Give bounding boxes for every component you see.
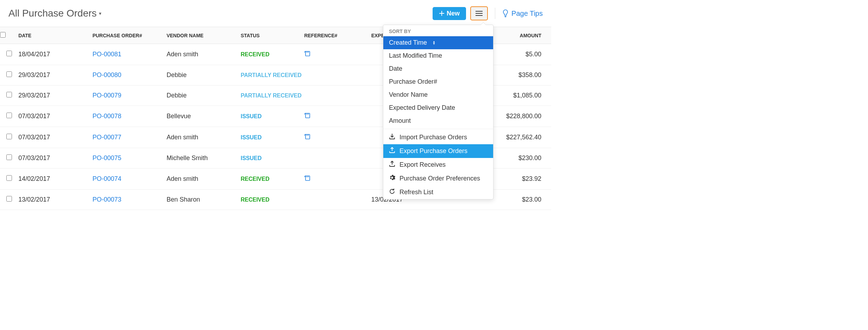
sort-option[interactable]: Purchase Order# <box>383 75 493 88</box>
sort-option[interactable]: Vendor Name <box>383 88 493 101</box>
row-checkbox[interactable] <box>6 154 12 160</box>
sort-option-label: Amount <box>389 117 411 125</box>
sort-option[interactable]: Expected Delivery Date <box>383 101 493 114</box>
status-badge: RECEIVED <box>241 51 270 57</box>
status-badge: PARTIALLY RECEIVED <box>241 72 302 78</box>
sort-option-label: Date <box>389 65 402 72</box>
cell-date: 07/03/2017 <box>18 148 93 169</box>
menu-action[interactable]: Import Purchase Orders <box>383 131 493 144</box>
cell-date: 07/03/2017 <box>18 106 93 127</box>
status-badge: PARTIALLY RECEIVED <box>241 93 302 99</box>
status-badge: ISSUED <box>241 113 262 119</box>
row-checkbox[interactable] <box>6 175 12 181</box>
hamburger-menu-button[interactable] <box>470 6 488 20</box>
refresh-icon <box>389 188 395 196</box>
cell-vendor: Aden smith <box>166 127 241 148</box>
row-checkbox[interactable] <box>6 92 12 97</box>
svg-rect-13 <box>306 134 310 139</box>
row-checkbox[interactable] <box>6 71 12 77</box>
svg-rect-7 <box>306 51 310 56</box>
cell-date: 29/03/2017 <box>18 85 93 106</box>
svg-rect-10 <box>306 113 310 118</box>
menu-action[interactable]: Refresh List <box>383 185 493 199</box>
col-date[interactable]: DATE <box>18 27 93 44</box>
row-checkbox[interactable] <box>6 51 12 56</box>
po-link[interactable]: PO-00075 <box>93 154 121 161</box>
hamburger-dropdown: SORT BY Created Time▲▼Last Modified Time… <box>383 25 493 199</box>
sort-option-label: Created Time <box>389 39 427 46</box>
cell-vendor: Aden smith <box>166 169 241 190</box>
sort-option-label: Last Modified Time <box>389 52 442 59</box>
receive-icon[interactable] <box>304 51 310 58</box>
po-link[interactable]: PO-00079 <box>93 92 121 99</box>
sort-option[interactable]: Date <box>383 62 493 75</box>
import-icon <box>389 133 395 141</box>
cell-vendor: Debbie <box>166 65 241 85</box>
menu-action[interactable]: Export Receives <box>383 158 493 172</box>
cell-amount: $1,085.00 <box>484 85 551 106</box>
cell-vendor: Aden smith <box>166 44 241 65</box>
gear-icon <box>389 174 395 183</box>
status-badge: ISSUED <box>241 134 262 140</box>
po-link[interactable]: PO-00074 <box>93 175 121 182</box>
sort-option[interactable]: Last Modified Time <box>383 49 493 62</box>
col-status[interactable]: STATUS <box>241 27 304 44</box>
menu-action-label: Export Purchase Orders <box>400 147 467 155</box>
svg-rect-16 <box>306 176 310 180</box>
divider <box>495 8 495 19</box>
menu-action-label: Refresh List <box>400 189 433 196</box>
new-button[interactable]: New <box>433 7 466 20</box>
po-link[interactable]: PO-00073 <box>93 196 121 203</box>
export-icon <box>389 147 395 155</box>
status-badge: RECEIVED <box>241 176 270 182</box>
row-checkbox[interactable] <box>6 196 12 202</box>
sort-option[interactable]: Amount <box>383 114 493 127</box>
view-selector[interactable]: All Purchase Orders ▾ <box>8 8 101 19</box>
menu-action-label: Import Purchase Orders <box>400 134 467 141</box>
export-icon <box>389 161 395 169</box>
cell-date: 14/02/2017 <box>18 169 93 190</box>
menu-action[interactable]: Purchase Order Preferences <box>383 172 493 185</box>
page-tips-link[interactable]: Page Tips <box>502 9 543 18</box>
cell-amount: $228,800.00 <box>484 106 551 127</box>
cell-amount: $5.00 <box>484 44 551 65</box>
col-vendor[interactable]: VENDOR NAME <box>166 27 241 44</box>
col-reference[interactable]: REFERENCE# <box>304 27 371 44</box>
sort-option-label: Purchase Order# <box>389 78 437 85</box>
page-tips-label: Page Tips <box>511 9 543 18</box>
po-link[interactable]: PO-00080 <box>93 71 121 78</box>
cell-amount: $358.00 <box>484 65 551 85</box>
cell-date: 07/03/2017 <box>18 127 93 148</box>
po-link[interactable]: PO-00078 <box>93 113 121 120</box>
cell-date: 29/03/2017 <box>18 65 93 85</box>
sort-option[interactable]: Created Time▲▼ <box>383 36 493 49</box>
receive-icon[interactable] <box>304 176 310 183</box>
row-checkbox[interactable] <box>6 113 12 118</box>
caret-down-icon: ▾ <box>99 11 101 16</box>
sort-option-label: Vendor Name <box>389 91 428 99</box>
po-link[interactable]: PO-00077 <box>93 134 121 141</box>
select-all-checkbox[interactable] <box>0 32 6 38</box>
po-link[interactable]: PO-00081 <box>93 51 121 58</box>
cell-date: 13/02/2017 <box>18 190 93 210</box>
cell-vendor: Debbie <box>166 85 241 106</box>
receive-icon[interactable] <box>304 134 310 141</box>
sort-indicator-icon: ▲▼ <box>433 41 435 45</box>
col-po[interactable]: PURCHASE ORDER# <box>93 27 167 44</box>
col-amount[interactable]: AMOUNT <box>484 27 551 44</box>
cell-vendor: Michelle Smith <box>166 148 241 169</box>
status-badge: ISSUED <box>241 155 262 161</box>
menu-action-label: Export Receives <box>400 161 446 169</box>
cell-amount: $23.00 <box>484 190 551 210</box>
lightbulb-icon <box>502 9 509 17</box>
new-button-label: New <box>447 10 460 17</box>
cell-date: 18/04/2017 <box>18 44 93 65</box>
cell-amount: $230.00 <box>484 148 551 169</box>
menu-action[interactable]: Export Purchase Orders <box>383 144 493 158</box>
receive-icon[interactable] <box>304 113 310 120</box>
cell-amount: $227,562.40 <box>484 127 551 148</box>
sort-by-label: SORT BY <box>383 25 493 36</box>
separator <box>383 129 493 129</box>
row-checkbox[interactable] <box>6 134 12 139</box>
cell-amount: $23.92 <box>484 169 551 190</box>
